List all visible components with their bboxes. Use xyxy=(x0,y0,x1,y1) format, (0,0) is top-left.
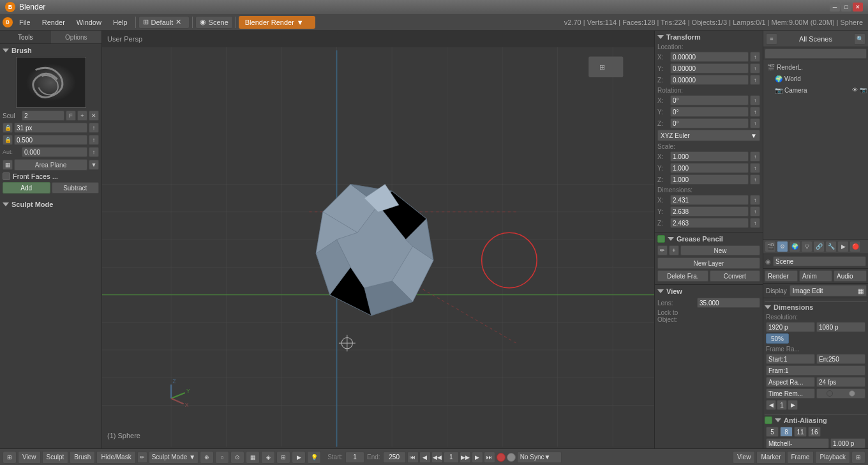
loc-y-input[interactable]: 0.00000 xyxy=(670,63,749,73)
tab-options[interactable]: Options xyxy=(51,31,102,43)
frame-step-input[interactable]: Fram:1 xyxy=(766,365,865,376)
start-frame-input[interactable]: Start: 1 xyxy=(766,354,815,364)
bottom-hidemask-btn[interactable]: Hide/Mask xyxy=(96,451,135,464)
bottom-view-btn[interactable]: View xyxy=(18,451,41,464)
props-tab-object[interactable]: ▽ xyxy=(801,241,812,252)
loc-x-copy[interactable]: ↑ xyxy=(750,52,760,62)
bottom-right-icon[interactable]: ⊞ xyxy=(851,451,865,464)
end-frame-input[interactable]: En:250 xyxy=(816,354,865,364)
rot-y-input[interactable]: 0° xyxy=(670,107,749,117)
delete-frame-button[interactable]: Delete Fra. xyxy=(657,270,708,282)
scale-z-copy[interactable]: ↑ xyxy=(750,174,760,185)
proportional-icon[interactable]: ○ xyxy=(215,451,229,464)
props-tab-world[interactable]: 🌍 xyxy=(789,241,800,252)
brush-f-btn[interactable]: F xyxy=(66,111,76,121)
props-tab-constraints[interactable]: 🔗 xyxy=(813,241,825,252)
outliner-search-input[interactable] xyxy=(765,49,867,59)
mode-select[interactable]: Sculpt Mode ▼ xyxy=(149,451,199,464)
brush-remove-icon[interactable]: ✕ xyxy=(89,111,99,121)
render-tab[interactable]: Render xyxy=(765,270,798,282)
euler-select[interactable]: XYZ Euler ▼ xyxy=(657,130,760,141)
outliner-search-btn[interactable]: 🔍 xyxy=(854,33,865,45)
rot-z-input[interactable]: 0° xyxy=(670,118,749,128)
grease-pencil-add-icon[interactable]: + xyxy=(669,245,679,255)
props-tab-render[interactable]: 🎬 xyxy=(765,241,776,252)
origin-icon-btn[interactable]: ⊕ xyxy=(200,451,214,464)
grease-pencil-draw-icon[interactable]: ✏ xyxy=(657,245,668,255)
tools-icon-3[interactable]: ⊞ xyxy=(276,451,290,464)
jump-end-btn[interactable]: ⏭ xyxy=(484,452,495,463)
render-engine-selector[interactable]: Blender Render ▼ xyxy=(239,16,315,29)
nav-next-btn[interactable]: ▶ xyxy=(788,400,798,410)
dim-z-copy[interactable]: ↑ xyxy=(750,218,760,228)
rot-x-input[interactable]: 0° xyxy=(670,95,749,105)
bottom-playback-btn[interactable]: Playback xyxy=(815,451,850,464)
rot-x-copy[interactable]: ↑ xyxy=(750,95,760,105)
subtract-button[interactable]: Subtract xyxy=(52,182,100,194)
front-faces-checkbox[interactable] xyxy=(3,172,10,180)
size-copy-icon[interactable]: ↑ xyxy=(89,123,99,133)
play-btn[interactable]: ▶▶ xyxy=(460,452,471,463)
bottom-marker-btn[interactable]: Marker xyxy=(756,451,785,464)
dim-y-input[interactable]: 2.638 xyxy=(670,206,749,217)
play-reverse-btn[interactable]: ◀◀ xyxy=(431,452,443,463)
scene-selector[interactable]: ◉ Scene xyxy=(195,16,233,29)
grease-pencil-new-btn[interactable]: New xyxy=(680,245,760,255)
tree-item-world[interactable]: 🌍 World xyxy=(765,73,867,84)
area-plane-icon[interactable]: ▦ xyxy=(3,160,13,170)
new-layer-button[interactable]: New Layer xyxy=(657,257,760,269)
menu-render[interactable]: Render xyxy=(37,17,70,27)
maximize-button[interactable]: □ xyxy=(841,3,851,11)
brush-add-icon[interactable]: + xyxy=(77,111,87,121)
jump-start-btn[interactable]: ⏮ xyxy=(407,452,419,463)
loc-y-copy[interactable]: ↑ xyxy=(750,63,760,73)
strength-lock-icon[interactable]: 🔒 xyxy=(3,135,13,145)
dim-x-input[interactable]: 2.431 xyxy=(670,195,749,205)
viewport[interactable]: User Persp xyxy=(102,31,654,448)
aa-sample-11[interactable]: 11 xyxy=(794,427,807,437)
aa-filter-val[interactable]: 1.000 p xyxy=(830,438,865,448)
fps-input[interactable]: 24 fps xyxy=(816,377,865,387)
autosmooth-input[interactable]: 0.000 xyxy=(22,147,87,157)
area-plane-dropdown[interactable]: ▼ xyxy=(89,160,99,170)
end-frame-bottom[interactable]: 250 xyxy=(383,452,406,463)
dim-x-copy[interactable]: ↑ xyxy=(750,195,760,205)
sync-select[interactable]: No Sync ▼ xyxy=(517,452,562,463)
resolution-percent[interactable]: 50% xyxy=(766,333,789,344)
snap-icon[interactable]: ⊙ xyxy=(230,451,244,464)
strength-copy-icon[interactable]: ↑ xyxy=(89,135,99,145)
current-frame-display[interactable]: 1 xyxy=(444,452,459,463)
aa-sample-5[interactable]: 5 xyxy=(766,427,779,437)
aspect-ratio-input[interactable]: Aspect Ra... xyxy=(766,377,815,387)
size-input[interactable]: 31 px xyxy=(14,123,87,133)
layout-selector[interactable]: ⊞ Default ✕ xyxy=(138,16,190,29)
record-button[interactable] xyxy=(497,453,505,462)
tools-icon-5[interactable]: 💡 xyxy=(307,451,321,464)
loc-z-input[interactable]: 0.00000 xyxy=(670,75,749,85)
nav-frame-val[interactable]: 1 xyxy=(777,400,787,410)
loc-x-input[interactable]: 0.00000 xyxy=(670,52,749,62)
add-button[interactable]: Add xyxy=(3,182,50,194)
menu-file[interactable]: File xyxy=(14,17,36,27)
rot-z-copy[interactable]: ↑ xyxy=(750,118,760,128)
bottom-brush-btn[interactable]: Brush xyxy=(70,451,95,464)
aa-sample-8[interactable]: 8 xyxy=(780,427,793,437)
bottom-sculpt-btn[interactable]: Sculpt xyxy=(42,451,69,464)
area-plane-select[interactable]: Area Plane xyxy=(14,159,87,171)
convert-button[interactable]: Convert xyxy=(710,270,761,282)
dim-z-input[interactable]: 2.463 xyxy=(670,218,749,228)
time-remap-input[interactable]: Time Rem... xyxy=(766,388,815,399)
scale-z-input[interactable]: 1.000 xyxy=(670,174,749,185)
lens-input[interactable]: 35.000 xyxy=(697,298,760,308)
res-x-input[interactable]: 1920 p xyxy=(766,322,815,332)
props-tab-scene[interactable]: ⚙ xyxy=(777,241,788,252)
res-y-input[interactable]: 1080 p xyxy=(816,322,865,332)
menu-help[interactable]: Help xyxy=(108,17,133,27)
bottom-left-icon[interactable]: ⊞ xyxy=(3,451,17,464)
loc-z-copy[interactable]: ↑ xyxy=(750,75,760,85)
menu-window[interactable]: Window xyxy=(71,17,107,27)
tree-item-renderlayer[interactable]: 🎬 RenderL. xyxy=(765,61,867,73)
scene-name-input[interactable]: Scene xyxy=(773,256,866,266)
anim-tab[interactable]: Anim xyxy=(799,270,832,282)
rot-y-copy[interactable]: ↑ xyxy=(750,107,760,117)
